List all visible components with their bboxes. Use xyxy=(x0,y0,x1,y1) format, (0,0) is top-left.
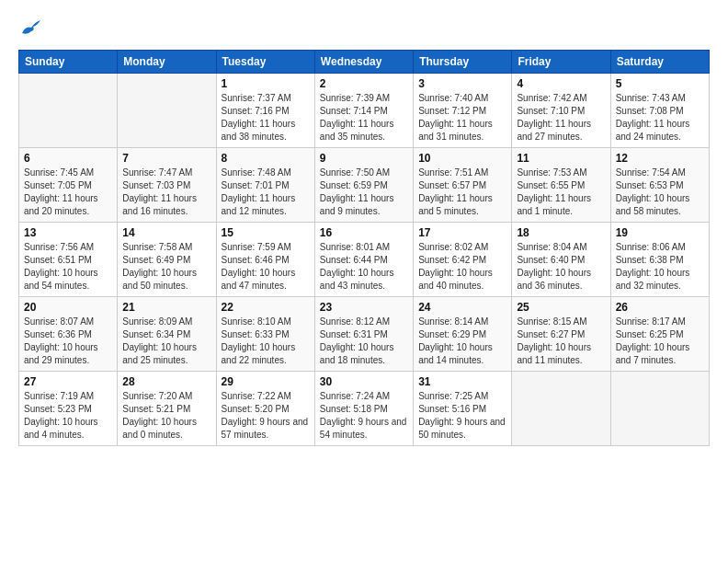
day-number: 13 xyxy=(24,226,112,239)
day-info: Sunrise: 7:43 AM Sunset: 7:08 PM Dayligh… xyxy=(616,92,704,144)
calendar-header-sunday: Sunday xyxy=(19,51,118,74)
day-number: 12 xyxy=(616,152,704,165)
calendar-cell: 16Sunrise: 8:01 AM Sunset: 6:44 PM Dayli… xyxy=(314,223,413,297)
day-info: Sunrise: 8:04 AM Sunset: 6:40 PM Dayligh… xyxy=(517,241,605,293)
day-info: Sunrise: 8:09 AM Sunset: 6:34 PM Dayligh… xyxy=(122,316,210,367)
day-info: Sunrise: 7:48 AM Sunset: 7:01 PM Dayligh… xyxy=(222,167,310,218)
day-info: Sunrise: 8:12 AM Sunset: 6:31 PM Dayligh… xyxy=(320,316,408,367)
calendar-cell xyxy=(118,74,216,148)
day-info: Sunrise: 8:10 AM Sunset: 6:33 PM Dayligh… xyxy=(222,316,310,367)
calendar-cell: 29Sunrise: 7:22 AM Sunset: 5:20 PM Dayli… xyxy=(216,372,314,446)
day-number: 25 xyxy=(517,301,605,314)
day-info: Sunrise: 7:56 AM Sunset: 6:51 PM Dayligh… xyxy=(24,241,112,293)
calendar-cell: 15Sunrise: 7:59 AM Sunset: 6:46 PM Dayli… xyxy=(216,223,314,297)
page-header xyxy=(18,18,710,35)
calendar-cell: 31Sunrise: 7:25 AM Sunset: 5:16 PM Dayli… xyxy=(414,372,512,446)
calendar-header-tuesday: Tuesday xyxy=(216,51,314,74)
day-number: 9 xyxy=(320,152,408,165)
calendar-cell: 30Sunrise: 7:24 AM Sunset: 5:18 PM Dayli… xyxy=(314,372,413,446)
calendar-week-row: 6Sunrise: 7:45 AM Sunset: 7:05 PM Daylig… xyxy=(19,148,710,223)
day-info: Sunrise: 7:22 AM Sunset: 5:20 PM Dayligh… xyxy=(222,390,310,442)
calendar-cell: 8Sunrise: 7:48 AM Sunset: 7:01 PM Daylig… xyxy=(216,148,314,223)
day-info: Sunrise: 7:20 AM Sunset: 5:21 PM Dayligh… xyxy=(122,390,210,442)
day-number: 22 xyxy=(222,301,310,314)
calendar-cell: 13Sunrise: 7:56 AM Sunset: 6:51 PM Dayli… xyxy=(19,223,118,297)
day-info: Sunrise: 8:14 AM Sunset: 6:29 PM Dayligh… xyxy=(418,316,506,367)
calendar-table: SundayMondayTuesdayWednesdayThursdayFrid… xyxy=(18,50,710,446)
calendar-cell: 24Sunrise: 8:14 AM Sunset: 6:29 PM Dayli… xyxy=(414,297,512,372)
calendar-cell: 14Sunrise: 7:58 AM Sunset: 6:49 PM Dayli… xyxy=(118,223,216,297)
day-number: 19 xyxy=(616,226,704,239)
day-info: Sunrise: 7:39 AM Sunset: 7:14 PM Dayligh… xyxy=(320,92,408,144)
day-info: Sunrise: 8:07 AM Sunset: 6:36 PM Dayligh… xyxy=(24,316,112,367)
calendar-cell xyxy=(512,372,610,446)
day-info: Sunrise: 8:15 AM Sunset: 6:27 PM Dayligh… xyxy=(517,316,605,367)
day-number: 16 xyxy=(320,226,408,239)
day-number: 30 xyxy=(320,375,408,388)
calendar-cell: 6Sunrise: 7:45 AM Sunset: 7:05 PM Daylig… xyxy=(19,148,118,223)
calendar-cell xyxy=(610,372,709,446)
calendar-week-row: 1Sunrise: 7:37 AM Sunset: 7:16 PM Daylig… xyxy=(19,74,710,148)
day-number: 4 xyxy=(517,77,605,90)
calendar-cell: 20Sunrise: 8:07 AM Sunset: 6:36 PM Dayli… xyxy=(19,297,118,372)
day-info: Sunrise: 7:54 AM Sunset: 6:53 PM Dayligh… xyxy=(616,167,704,218)
day-info: Sunrise: 8:02 AM Sunset: 6:42 PM Dayligh… xyxy=(418,241,506,293)
calendar-cell: 1Sunrise: 7:37 AM Sunset: 7:16 PM Daylig… xyxy=(216,74,314,148)
calendar-cell: 21Sunrise: 8:09 AM Sunset: 6:34 PM Dayli… xyxy=(118,297,216,372)
day-number: 11 xyxy=(517,152,605,165)
calendar-cell: 27Sunrise: 7:19 AM Sunset: 5:23 PM Dayli… xyxy=(19,372,118,446)
day-number: 20 xyxy=(24,301,112,314)
calendar-cell xyxy=(19,74,118,148)
day-number: 3 xyxy=(418,77,506,90)
calendar-week-row: 27Sunrise: 7:19 AM Sunset: 5:23 PM Dayli… xyxy=(19,372,710,446)
calendar-cell: 11Sunrise: 7:53 AM Sunset: 6:55 PM Dayli… xyxy=(512,148,610,223)
day-info: Sunrise: 7:24 AM Sunset: 5:18 PM Dayligh… xyxy=(320,390,408,442)
calendar-cell: 26Sunrise: 8:17 AM Sunset: 6:25 PM Dayli… xyxy=(610,297,709,372)
day-number: 17 xyxy=(418,226,506,239)
day-number: 26 xyxy=(616,301,704,314)
calendar-header-saturday: Saturday xyxy=(610,51,709,74)
day-info: Sunrise: 7:42 AM Sunset: 7:10 PM Dayligh… xyxy=(517,92,605,144)
day-info: Sunrise: 7:47 AM Sunset: 7:03 PM Dayligh… xyxy=(122,167,210,218)
calendar-cell: 17Sunrise: 8:02 AM Sunset: 6:42 PM Dayli… xyxy=(414,223,512,297)
calendar-week-row: 20Sunrise: 8:07 AM Sunset: 6:36 PM Dayli… xyxy=(19,297,710,372)
day-info: Sunrise: 8:17 AM Sunset: 6:25 PM Dayligh… xyxy=(616,316,704,367)
day-number: 15 xyxy=(222,226,310,239)
calendar-header-row: SundayMondayTuesdayWednesdayThursdayFrid… xyxy=(19,51,710,74)
calendar-cell: 3Sunrise: 7:40 AM Sunset: 7:12 PM Daylig… xyxy=(414,74,512,148)
calendar-cell: 10Sunrise: 7:51 AM Sunset: 6:57 PM Dayli… xyxy=(414,148,512,223)
calendar-cell: 9Sunrise: 7:50 AM Sunset: 6:59 PM Daylig… xyxy=(314,148,413,223)
calendar-header-monday: Monday xyxy=(118,51,216,74)
calendar-header-wednesday: Wednesday xyxy=(314,51,413,74)
day-number: 29 xyxy=(222,375,310,388)
day-number: 8 xyxy=(222,152,310,165)
day-info: Sunrise: 7:40 AM Sunset: 7:12 PM Dayligh… xyxy=(418,92,506,144)
day-number: 2 xyxy=(320,77,408,90)
calendar-cell: 25Sunrise: 8:15 AM Sunset: 6:27 PM Dayli… xyxy=(512,297,610,372)
day-info: Sunrise: 7:58 AM Sunset: 6:49 PM Dayligh… xyxy=(122,241,210,293)
calendar-cell: 4Sunrise: 7:42 AM Sunset: 7:10 PM Daylig… xyxy=(512,74,610,148)
calendar-cell: 19Sunrise: 8:06 AM Sunset: 6:38 PM Dayli… xyxy=(610,223,709,297)
logo-bird-icon xyxy=(20,18,40,35)
day-info: Sunrise: 7:25 AM Sunset: 5:16 PM Dayligh… xyxy=(418,390,506,442)
calendar-header-thursday: Thursday xyxy=(414,51,512,74)
day-number: 7 xyxy=(122,152,210,165)
day-number: 27 xyxy=(24,375,112,388)
day-number: 24 xyxy=(418,301,506,314)
day-info: Sunrise: 7:53 AM Sunset: 6:55 PM Dayligh… xyxy=(517,167,605,218)
day-info: Sunrise: 7:45 AM Sunset: 7:05 PM Dayligh… xyxy=(24,167,112,218)
day-number: 31 xyxy=(418,375,506,388)
day-number: 21 xyxy=(122,301,210,314)
day-number: 28 xyxy=(122,375,210,388)
calendar-cell: 22Sunrise: 8:10 AM Sunset: 6:33 PM Dayli… xyxy=(216,297,314,372)
day-info: Sunrise: 7:50 AM Sunset: 6:59 PM Dayligh… xyxy=(320,167,408,218)
day-number: 14 xyxy=(122,226,210,239)
day-info: Sunrise: 8:01 AM Sunset: 6:44 PM Dayligh… xyxy=(320,241,408,293)
day-number: 18 xyxy=(517,226,605,239)
calendar-cell: 18Sunrise: 8:04 AM Sunset: 6:40 PM Dayli… xyxy=(512,223,610,297)
calendar-cell: 23Sunrise: 8:12 AM Sunset: 6:31 PM Dayli… xyxy=(314,297,413,372)
logo xyxy=(18,18,40,35)
day-info: Sunrise: 7:19 AM Sunset: 5:23 PM Dayligh… xyxy=(24,390,112,442)
day-info: Sunrise: 7:37 AM Sunset: 7:16 PM Dayligh… xyxy=(222,92,310,144)
calendar-header-friday: Friday xyxy=(512,51,610,74)
